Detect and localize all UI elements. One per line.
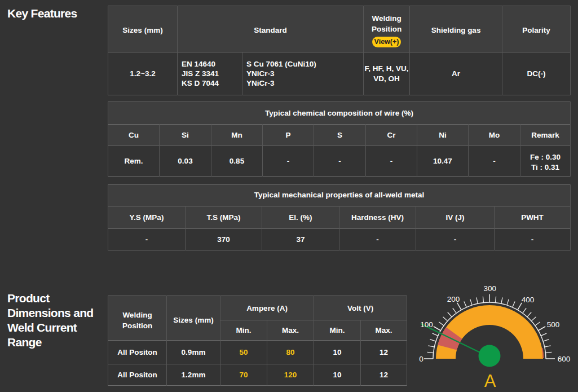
svg-text:A: A xyxy=(484,371,496,391)
svg-text:300: 300 xyxy=(484,284,497,293)
svg-text:500: 500 xyxy=(547,320,560,329)
svg-text:200: 200 xyxy=(447,295,460,303)
svg-text:400: 400 xyxy=(522,296,535,304)
svg-text:0: 0 xyxy=(419,355,423,363)
svg-text:100: 100 xyxy=(420,320,433,329)
svg-text:600: 600 xyxy=(558,355,571,363)
